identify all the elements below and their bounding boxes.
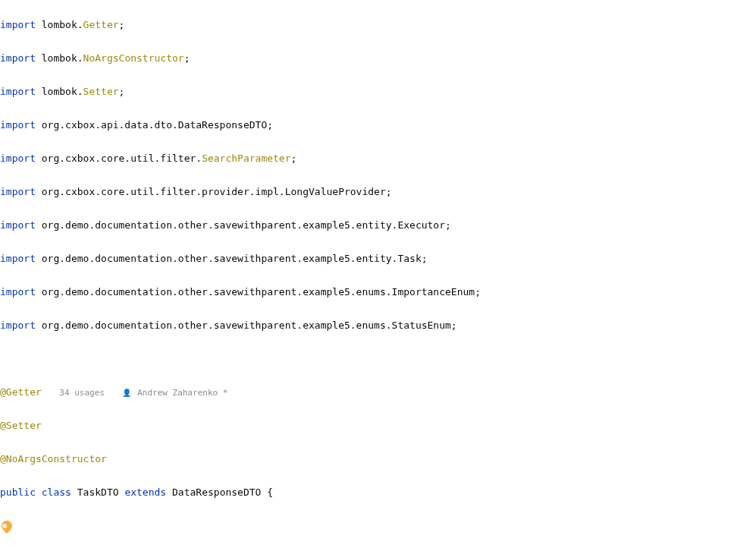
lightbulb-icon[interactable] [0, 518, 14, 534]
semicolon: ; [184, 52, 190, 64]
blank-line[interactable] [0, 351, 756, 367]
identifier: Setter [83, 86, 119, 97]
identifier: SearchParameter [202, 153, 290, 164]
annotation: @NoArgsConstructor [0, 453, 107, 464]
code-line[interactable]: @NoArgsConstructor [0, 451, 756, 468]
package: org.demo.documentation.other.savewithpar… [36, 253, 428, 264]
package: org.cxbox.core.util.filter.provider.impl… [36, 186, 392, 197]
code-line[interactable]: @Getter 34 usages 👤 Andrew Zaharenko * [0, 384, 756, 401]
annotation: @Setter [0, 420, 42, 431]
code-line[interactable]: @Setter [0, 417, 756, 434]
keyword: extends [124, 486, 166, 498]
package: org.demo.documentation.other.savewithpar… [36, 286, 481, 298]
person-icon: 👤 [122, 385, 131, 401]
identifier: NoArgsConstructor [83, 52, 184, 64]
code-line[interactable]: import lombok.Setter; [0, 83, 756, 100]
package: org.cxbox.api.data.dto.DataResponseDTO; [36, 119, 273, 131]
code-line[interactable]: import lombok.Getter; [0, 17, 756, 33]
keyword: import [0, 320, 36, 331]
package: org.cxbox.core.util.filter. [36, 153, 202, 164]
keyword: import [0, 19, 36, 30]
annotation: @Getter [0, 386, 42, 398]
code-line[interactable]: public class TaskDTO extends DataRespons… [0, 484, 756, 501]
keyword: import [0, 219, 36, 231]
package: lombok. [36, 52, 83, 64]
package: org.demo.documentation.other.savewithpar… [36, 320, 457, 331]
keyword: import [0, 52, 36, 64]
keyword: import [0, 119, 36, 131]
code-line[interactable]: import lombok.NoArgsConstructor; [0, 50, 756, 67]
keyword: class [42, 486, 71, 498]
code-line[interactable]: import org.cxbox.api.data.dto.DataRespon… [0, 117, 756, 134]
package: org.demo.documentation.other.savewithpar… [36, 219, 451, 231]
identifier: Getter [83, 19, 119, 30]
package: lombok. [36, 19, 83, 30]
code-line[interactable]: import org.demo.documentation.other.save… [0, 217, 756, 234]
code-line[interactable]: import org.demo.documentation.other.save… [0, 284, 756, 301]
package: lombok. [36, 86, 83, 97]
semicolon: ; [119, 86, 125, 97]
class-name: TaskDTO [77, 486, 119, 498]
code-line[interactable]: import org.demo.documentation.other.save… [0, 317, 756, 334]
code-editor[interactable]: import lombok.Getter; import lombok.NoAr… [0, 0, 756, 551]
keyword: import [0, 253, 36, 264]
code-line[interactable]: import org.cxbox.core.util.filter.provid… [0, 184, 756, 200]
semicolon: ; [291, 153, 297, 164]
keyword: import [0, 286, 36, 298]
keyword: import [0, 86, 36, 97]
keyword: public [0, 486, 36, 498]
code-line[interactable]: import org.cxbox.core.util.filter.Search… [0, 150, 756, 167]
parent-class: DataResponseDTO [172, 486, 261, 498]
keyword: import [0, 153, 36, 164]
brace: { [261, 486, 273, 498]
semicolon: ; [119, 19, 125, 30]
author-hint[interactable]: Andrew Zaharenko * [137, 388, 227, 398]
code-line[interactable]: import org.demo.documentation.other.save… [0, 250, 756, 267]
bulb-line[interactable] [0, 518, 756, 534]
keyword: import [0, 186, 36, 197]
usages-hint[interactable]: 34 usages [59, 388, 105, 398]
